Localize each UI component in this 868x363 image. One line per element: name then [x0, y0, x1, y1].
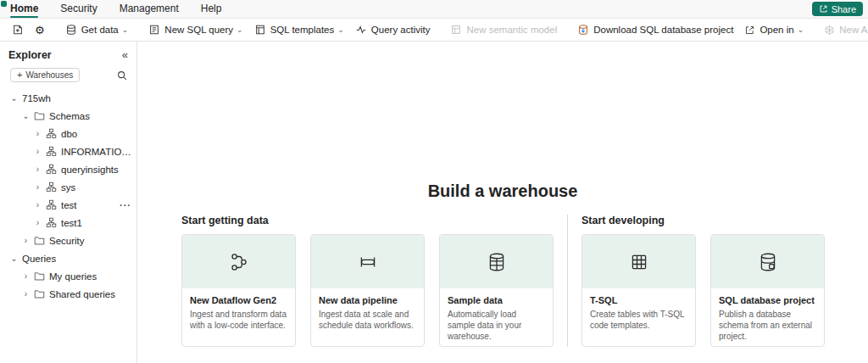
tree-item-test1[interactable]: › test1	[0, 214, 136, 232]
download-sql-project-button[interactable]: Download SQL database project	[572, 21, 738, 38]
tree-item-label: sys	[61, 182, 75, 193]
tree-item-label: INFORMATION_...	[61, 147, 131, 157]
new-semantic-model-button: New semantic model	[445, 21, 562, 38]
card-description: Create tables with T-SQL code templates.	[590, 309, 687, 331]
chevron-down-icon: ⌄	[122, 26, 129, 34]
chevron-right-icon[interactable]: ›	[34, 200, 42, 209]
tsql-icon	[628, 251, 650, 273]
schema-icon	[46, 128, 57, 139]
download-sql-project-label: Download SQL database project	[593, 25, 733, 35]
sql-templates-label: SQL templates	[270, 25, 335, 35]
page-title: Build a warehouse	[137, 182, 868, 201]
tab-security[interactable]: Security	[60, 0, 97, 18]
open-in-label: Open in	[760, 25, 793, 35]
tree-item-shared-queries[interactable]: › Shared queries	[0, 285, 136, 303]
card-title: Sample data	[448, 295, 545, 305]
more-options-icon[interactable]: ···	[120, 200, 131, 210]
chevron-right-icon[interactable]: ›	[34, 218, 42, 227]
chevron-right-icon[interactable]: ›	[22, 271, 30, 281]
new-sql-query-button[interactable]: New SQL query ⌄	[143, 21, 248, 38]
tree-item-queryinsights[interactable]: › queryinsights	[0, 160, 136, 178]
tree-item-my-queries[interactable]: › My queries	[0, 267, 136, 285]
card-hero	[582, 235, 695, 288]
card-body: New Dataflow Gen2 Ingest and transform d…	[182, 288, 295, 338]
chevron-right-icon[interactable]: ›	[22, 236, 30, 245]
card-title: New data pipeline	[319, 295, 416, 305]
cards-row: T-SQL Create tables with T-SQL code temp…	[581, 234, 825, 347]
sql-project-icon	[757, 251, 779, 273]
chevron-right-icon[interactable]: ›	[34, 165, 42, 174]
tree-item-schemas[interactable]: ⌄ Schemas	[0, 107, 136, 125]
open-in-button[interactable]: Open in ⌄	[739, 22, 809, 38]
new-api-graphql-label: New API for GraphQL	[839, 25, 868, 35]
card-body: New data pipeline Ingest data at scale a…	[311, 288, 424, 338]
chevron-down-icon[interactable]: ⌄	[22, 111, 30, 120]
app-accent	[1, 1, 7, 7]
sample-data-icon	[486, 251, 508, 273]
search-icon[interactable]	[116, 70, 128, 81]
card-sql-database-project[interactable]: SQL database project Publish a database …	[710, 234, 825, 347]
new-item-button[interactable]	[7, 21, 29, 38]
card-body: T-SQL Create tables with T-SQL code temp…	[582, 288, 695, 338]
chevron-right-icon[interactable]: ›	[22, 289, 30, 299]
semantic-model-icon	[450, 24, 462, 36]
tree-item-security[interactable]: › Security	[0, 232, 136, 249]
gear-icon: ⚙	[35, 25, 45, 36]
query-activity-button[interactable]: Query activity	[350, 21, 436, 38]
chevron-down-icon: ⌄	[337, 26, 344, 34]
tree-item-dbo[interactable]: › dbo	[0, 125, 136, 142]
folder-icon	[34, 110, 45, 121]
settings-button[interactable]: ⚙	[30, 22, 50, 38]
chevron-down-icon: ⌄	[236, 26, 243, 34]
chevron-right-icon[interactable]: ›	[34, 182, 42, 192]
card-body: SQL database project Publish a database …	[711, 288, 824, 347]
schema-icon	[46, 146, 57, 157]
get-data-button[interactable]: Get data ⌄	[60, 21, 134, 38]
get-data-label: Get data	[81, 25, 119, 35]
share-button[interactable]: Share	[812, 2, 863, 16]
chevron-right-icon[interactable]: ›	[34, 147, 42, 156]
graphql-icon	[824, 25, 835, 36]
tree-item-715wh[interactable]: ⌄ 715wh	[0, 89, 136, 107]
chevron-right-icon[interactable]: ›	[34, 129, 42, 138]
schema-icon	[46, 182, 57, 193]
card-new-data-pipeline[interactable]: New data pipeline Ingest data at scale a…	[310, 234, 425, 347]
new-sql-query-label: New SQL query	[164, 25, 233, 35]
tree-item-label: Schemas	[49, 111, 90, 121]
tree-item-sys[interactable]: › sys	[0, 178, 136, 196]
schema-icon	[46, 164, 57, 175]
open-in-icon	[744, 25, 755, 36]
card-t-sql[interactable]: T-SQL Create tables with T-SQL code temp…	[581, 234, 696, 347]
chevron-down-icon[interactable]: ⌄	[10, 93, 18, 103]
card-sample-data[interactable]: Sample data Automatically load sample da…	[439, 234, 554, 347]
chevron-down-icon[interactable]: ⌄	[10, 254, 18, 263]
card-description: Ingest and transform data with a low-cod…	[190, 309, 287, 331]
tree-item-queries[interactable]: ⌄ Queries	[0, 249, 136, 267]
share-icon	[819, 4, 828, 14]
cards-row: New Dataflow Gen2 Ingest and transform d…	[181, 234, 554, 347]
sql-templates-button[interactable]: SQL templates ⌄	[249, 21, 349, 38]
query-activity-label: Query activity	[371, 25, 431, 35]
card-title: SQL database project	[719, 295, 816, 305]
card-new-dataflow-gen2[interactable]: New Dataflow Gen2 Ingest and transform d…	[181, 234, 296, 347]
section-title: Start getting data	[181, 215, 554, 226]
tab-help[interactable]: Help	[201, 0, 222, 18]
collapse-pane-icon[interactable]: «	[122, 48, 128, 61]
new-item-icon	[12, 24, 24, 36]
share-label: Share	[832, 4, 856, 14]
tree-item-label: test	[61, 200, 77, 210]
tree-item-information-schema[interactable]: › INFORMATION_...	[0, 142, 136, 160]
explorer-header: Explorer «	[0, 48, 136, 66]
tab-home[interactable]: Home	[10, 0, 38, 18]
warehouses-button[interactable]: + Warehouses	[10, 68, 80, 82]
sections-divider	[567, 215, 568, 347]
folder-icon	[34, 271, 45, 282]
chevron-down-icon: ⌄	[798, 26, 804, 34]
schema-icon	[46, 217, 57, 228]
tab-management[interactable]: Management	[120, 0, 179, 18]
tree-item-test[interactable]: › test ···	[0, 196, 136, 214]
tree-item-label: dbo	[61, 129, 77, 139]
menubar-right: Share	[812, 2, 863, 16]
explorer-title: Explorer	[8, 49, 52, 61]
new-semantic-model-label: New semantic model	[466, 25, 557, 35]
